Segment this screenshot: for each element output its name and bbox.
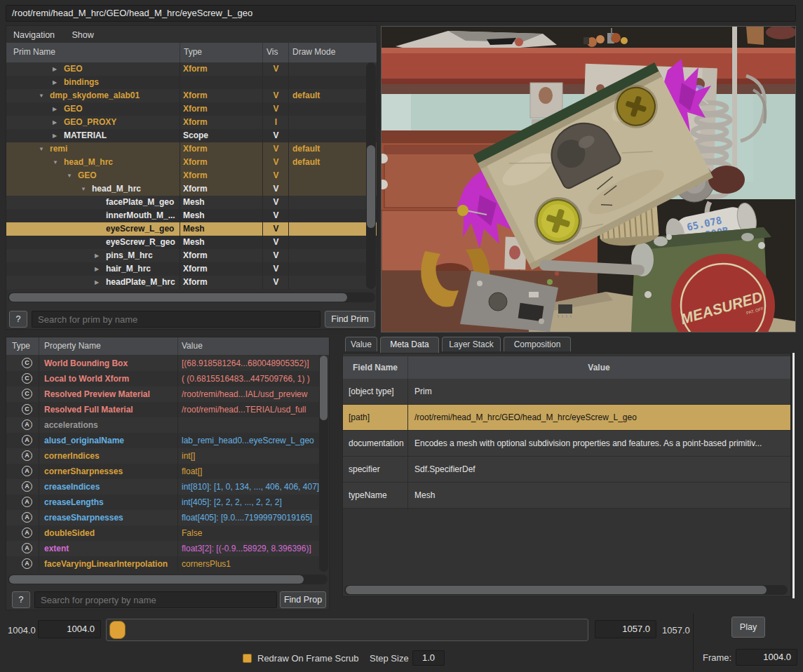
property-row-World-Bounding-Box[interactable]: CWorld Bounding Box[(68.918581264...6800… bbox=[6, 356, 319, 371]
metadata-row-documentation[interactable]: documentationEncodes a mesh with optiona… bbox=[343, 431, 790, 457]
redraw-checkbox-label[interactable]: Redraw On Frame Scrub bbox=[257, 653, 359, 664]
tree-row-pins-M-hrc[interactable]: ▶pins_M_hrcXformV bbox=[6, 249, 377, 262]
property-row-creaseSharpnesses[interactable]: AcreaseSharpnessesfloat[405]: [9.0....71… bbox=[6, 510, 319, 525]
metadata-header[interactable]: Field Name Value bbox=[343, 356, 790, 379]
prim-name: GEO bbox=[64, 102, 83, 116]
tree-row-hair-M-hrc[interactable]: ▶hair_M_hrcXformV bbox=[6, 262, 377, 276]
play-button[interactable]: Play bbox=[731, 617, 765, 638]
collapse-arrow-icon[interactable]: ▼ bbox=[53, 156, 58, 169]
properties-list[interactable]: CWorld Bounding Box[(68.918581264...6800… bbox=[6, 356, 319, 572]
tab-value[interactable]: Value bbox=[345, 337, 377, 351]
property-row-alusd-originalName[interactable]: Aalusd_originalNamelab_remi_head0...eyeS… bbox=[6, 433, 319, 448]
col-prim-name[interactable]: Prim Name bbox=[13, 47, 55, 57]
tab-meta-data[interactable]: Meta Data bbox=[380, 337, 439, 353]
property-row-extent[interactable]: Aextentfloat3[2]: [(-0.9...58929, 8.3963… bbox=[6, 541, 319, 556]
expand-arrow-icon[interactable]: ▶ bbox=[95, 262, 99, 276]
expand-arrow-icon[interactable]: ▶ bbox=[53, 129, 57, 142]
metadata-row-specifier[interactable]: specifierSdf.SpecifierDef bbox=[343, 457, 790, 483]
frame-slider-handle[interactable] bbox=[109, 621, 126, 639]
property-row-faceVaryingLinearInterpolation[interactable]: AfaceVaryingLinearInterpolationcornersPl… bbox=[6, 556, 319, 572]
expand-arrow-icon[interactable]: ▶ bbox=[53, 116, 57, 129]
collapse-arrow-icon[interactable]: ▼ bbox=[39, 142, 44, 156]
expand-arrow-icon[interactable]: ▶ bbox=[53, 102, 57, 116]
collapse-arrow-icon[interactable]: ▼ bbox=[81, 182, 86, 196]
metadata-row-typeName[interactable]: typeNameMesh bbox=[343, 483, 790, 509]
tree-row-eyeScrew-R-geo[interactable]: eyeScrew_R_geoMeshV bbox=[6, 236, 377, 249]
start-frame-input[interactable]: 1004.0 bbox=[38, 620, 101, 638]
property-value: cornersPlus1 bbox=[182, 556, 231, 572]
col-meta-value[interactable]: Value bbox=[407, 363, 790, 372]
attribute-icon: A bbox=[22, 558, 32, 569]
tree-row-GEO[interactable]: ▶GEOXformV bbox=[6, 102, 377, 116]
property-row-accelerations[interactable]: Aaccelerations bbox=[6, 417, 319, 433]
tab-layer-stack[interactable]: Layer Stack bbox=[442, 337, 501, 351]
prop-search-help-button[interactable]: ? bbox=[12, 591, 30, 608]
prop-search-input[interactable] bbox=[34, 591, 277, 608]
metadata-rows[interactable]: [object type]Prim[path]/root/remi/head_M… bbox=[343, 379, 790, 509]
col-prop-value[interactable]: Value bbox=[182, 341, 203, 351]
tree-vscrollbar[interactable] bbox=[366, 62, 376, 289]
col-prop-type[interactable]: Type bbox=[12, 341, 30, 351]
tree-row-innerMouth-M-[interactable]: innerMouth_M_...MeshV bbox=[6, 209, 377, 222]
prim-search-help-button[interactable]: ? bbox=[9, 311, 27, 328]
col-vis[interactable]: Vis bbox=[266, 47, 278, 57]
tree-row-remi[interactable]: ▼remiXformVdefault bbox=[6, 142, 377, 156]
current-frame-input[interactable]: 1004.0 bbox=[736, 649, 797, 666]
properties-header[interactable]: Type Property Name Value bbox=[6, 337, 329, 355]
col-prop-name[interactable]: Property Name bbox=[44, 341, 101, 351]
tree-row-GEO[interactable]: ▶GEOXformV bbox=[6, 62, 377, 76]
prim-vis-toggle: V bbox=[263, 222, 289, 236]
tree-row-headPlate-M-hrc[interactable]: ▶headPlate_M_hrcXformV bbox=[6, 276, 377, 289]
prim-tree[interactable]: ▶GEOXformV▶bindings▼dmp_skydome_alab01Xf… bbox=[6, 62, 377, 289]
property-row-Resolved-Preview-Material[interactable]: CResolved Preview Material/root/remi/hea… bbox=[6, 387, 319, 402]
property-row-cornerSharpnesses[interactable]: AcornerSharpnessesfloat[] bbox=[6, 464, 319, 479]
tree-row-head-M-hrc[interactable]: ▼head_M_hrcXformVdefault bbox=[6, 156, 377, 169]
property-name: Local to World Xform bbox=[44, 371, 129, 387]
expand-arrow-icon[interactable]: ▶ bbox=[95, 249, 99, 262]
viewport-3d[interactable]: Colour 65.078 6% 300B MEASURED PAT. OFF. bbox=[381, 26, 796, 332]
tree-row-dmp-skydome-alab01[interactable]: ▼dmp_skydome_alab01XformVdefault bbox=[6, 89, 377, 102]
property-row-Local-to-World-Xform[interactable]: CLocal to World Xform( (0.6815516483...4… bbox=[6, 371, 319, 387]
tab-composition[interactable]: Composition bbox=[504, 337, 571, 351]
tree-row-head-M-hrc[interactable]: ▼head_M_hrcXformV bbox=[6, 182, 377, 196]
end-frame-input[interactable]: 1057.0 bbox=[595, 620, 656, 638]
redraw-checkbox[interactable] bbox=[243, 654, 252, 663]
tree-row-MATERIAL[interactable]: ▶MATERIALScopeV bbox=[6, 129, 377, 142]
tree-row-GEO[interactable]: ▼GEOXformV bbox=[6, 169, 377, 182]
collapse-arrow-icon[interactable]: ▼ bbox=[67, 169, 72, 182]
tree-row-GEO-PROXY[interactable]: ▶GEO_PROXYXformI bbox=[6, 116, 377, 129]
property-row-Resolved-Full-Material[interactable]: CResolved Full Material/root/remi/head..… bbox=[6, 402, 319, 417]
collapse-arrow-icon[interactable]: ▼ bbox=[39, 89, 44, 102]
tree-row-facePlate-M-geo[interactable]: facePlate_M_geoMeshV bbox=[6, 196, 377, 209]
prim-name: eyeScrew_R_geo bbox=[106, 236, 175, 249]
property-row-creaseLengths[interactable]: AcreaseLengthsint[405]: [2, 2, 2, ..., 2… bbox=[6, 495, 319, 510]
tree-hscrollbar[interactable] bbox=[8, 293, 375, 302]
menu-navigation[interactable]: Navigation bbox=[13, 27, 55, 43]
metadata-row--path-[interactable]: [path]/root/remi/head_M_hrc/GEO/head_M_h… bbox=[343, 405, 790, 431]
col-field-name[interactable]: Field Name bbox=[343, 363, 407, 372]
tree-row-bindings[interactable]: ▶bindings bbox=[6, 76, 377, 89]
tree-header[interactable]: Prim Name Type Vis Draw Mode bbox=[6, 43, 377, 62]
property-row-creaseIndices[interactable]: AcreaseIndicesint[810]: [1, 0, 134, ...,… bbox=[6, 479, 319, 495]
prim-search-input[interactable] bbox=[32, 311, 320, 328]
find-prim-button[interactable]: Find Prim bbox=[325, 311, 375, 328]
col-draw-mode[interactable]: Draw Mode bbox=[292, 47, 335, 57]
find-prop-button[interactable]: Find Prop bbox=[280, 591, 326, 608]
prim-name: pins_M_hrc bbox=[106, 249, 153, 262]
metadata-hscrollbar[interactable] bbox=[344, 585, 788, 595]
metadata-row--object-type-[interactable]: [object type]Prim bbox=[343, 379, 790, 405]
properties-hscrollbar[interactable] bbox=[8, 574, 328, 584]
expand-arrow-icon[interactable]: ▶ bbox=[53, 62, 57, 76]
prim-path-input[interactable]: /root/remi/head_M_hrc/GEO/head_M_hrc/eye… bbox=[6, 5, 796, 22]
property-row-doubleSided[interactable]: AdoubleSidedFalse bbox=[6, 525, 319, 541]
col-type[interactable]: Type bbox=[184, 47, 202, 57]
step-size-input[interactable]: 1.0 bbox=[412, 650, 445, 666]
expand-arrow-icon[interactable]: ▶ bbox=[53, 76, 57, 89]
properties-vscrollbar[interactable] bbox=[319, 356, 328, 572]
menu-show[interactable]: Show bbox=[72, 27, 94, 43]
frame-slider[interactable] bbox=[106, 619, 588, 641]
tree-row-eyeScrew-L-geo[interactable]: eyeScrew_L_geoMeshV bbox=[6, 222, 377, 236]
inspector-right-edge[interactable] bbox=[792, 353, 795, 598]
property-row-cornerIndices[interactable]: AcornerIndicesint[] bbox=[6, 448, 319, 464]
expand-arrow-icon[interactable]: ▶ bbox=[95, 276, 99, 289]
